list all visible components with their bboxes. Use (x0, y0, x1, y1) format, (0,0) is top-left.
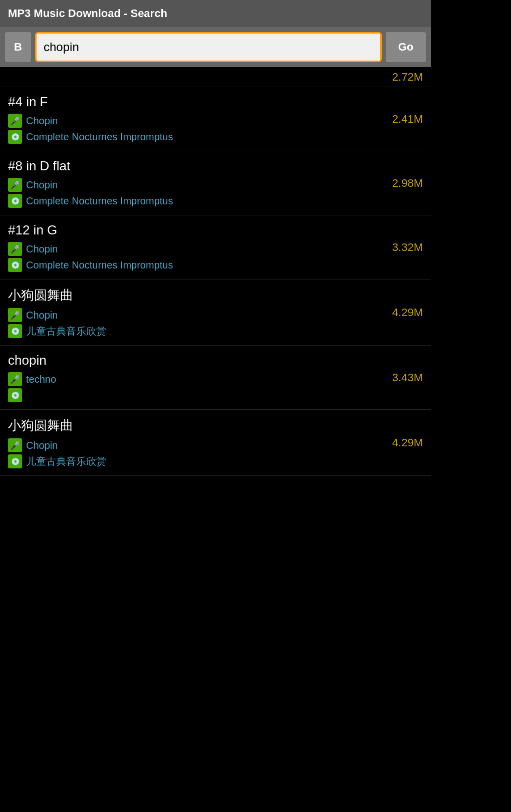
song-item[interactable]: 小狗圆舞曲Chopin儿童古典音乐欣赏4.29M (0, 280, 431, 346)
album-row: 儿童古典音乐欣赏 (8, 454, 386, 468)
song-info: #8 in D flatChopinComplete Nocturnes Imp… (8, 158, 386, 208)
search-bar: B Go (0, 27, 431, 67)
song-info: 小狗圆舞曲Chopin儿童古典音乐欣赏 (8, 417, 386, 468)
song-item[interactable]: #4 in FChopinComplete Nocturnes Imprompt… (0, 87, 431, 151)
song-title: #8 in D flat (8, 158, 386, 174)
artist-row: Chopin (8, 308, 386, 322)
artist-name: Chopin (26, 243, 58, 255)
file-size-partial: 2.72M (386, 71, 423, 84)
song-title: chopin (8, 353, 386, 368)
song-item[interactable]: #12 in GChopinComplete Nocturnes Impromp… (0, 215, 431, 280)
song-info: #4 in FChopinComplete Nocturnes Imprompt… (8, 94, 386, 144)
back-button[interactable]: B (5, 32, 31, 62)
artist-row: Chopin (8, 178, 386, 192)
mic-icon (8, 178, 22, 192)
file-size: 3.32M (386, 241, 423, 254)
album-name: Complete Nocturnes Impromptus (26, 131, 173, 143)
mic-icon (8, 308, 22, 322)
song-item[interactable]: chopintechno3.43M (0, 346, 431, 410)
song-title: #4 in F (8, 94, 386, 110)
file-size: 2.98M (386, 177, 423, 190)
song-item[interactable]: #8 in D flatChopinComplete Nocturnes Imp… (0, 151, 431, 215)
partial-list-item[interactable]: 2.72M (0, 67, 431, 87)
disc-icon (8, 454, 22, 468)
artist-row: Chopin (8, 438, 386, 452)
disc-icon (8, 194, 22, 208)
mic-icon (8, 242, 22, 256)
file-size: 4.29M (386, 436, 423, 449)
mic-icon (8, 372, 22, 386)
song-info: #12 in GChopinComplete Nocturnes Impromp… (8, 222, 386, 272)
song-title: 小狗圆舞曲 (8, 417, 386, 434)
artist-name: Chopin (26, 179, 58, 191)
album-row: Complete Nocturnes Impromptus (8, 194, 386, 208)
album-name: Complete Nocturnes Impromptus (26, 259, 173, 271)
mic-icon (8, 114, 22, 128)
song-info: 小狗圆舞曲Chopin儿童古典音乐欣赏 (8, 287, 386, 338)
song-item[interactable]: 小狗圆舞曲Chopin儿童古典音乐欣赏4.29M (0, 410, 431, 476)
artist-name: Chopin (26, 440, 58, 451)
artist-row: Chopin (8, 242, 386, 256)
song-title: 小狗圆舞曲 (8, 287, 386, 304)
album-row: Complete Nocturnes Impromptus (8, 130, 386, 144)
disc-icon (8, 324, 22, 338)
artist-name: Chopin (26, 115, 58, 127)
artist-row: techno (8, 372, 386, 386)
album-name: 儿童古典音乐欣赏 (26, 455, 106, 468)
mic-icon (8, 438, 22, 452)
disc-icon (8, 388, 22, 402)
search-input[interactable] (35, 32, 382, 62)
artist-name: Chopin (26, 310, 58, 321)
song-info: chopintechno (8, 353, 386, 402)
album-name: Complete Nocturnes Impromptus (26, 195, 173, 207)
app-title: MP3 Music Download - Search (8, 7, 167, 20)
album-row: 儿童古典音乐欣赏 (8, 324, 386, 338)
disc-icon (8, 130, 22, 144)
go-button[interactable]: Go (386, 32, 426, 62)
disc-icon (8, 258, 22, 272)
file-size: 3.43M (386, 371, 423, 384)
album-name: 儿童古典音乐欣赏 (26, 325, 106, 338)
artist-row: Chopin (8, 114, 386, 128)
file-size: 2.41M (386, 113, 423, 126)
file-size: 4.29M (386, 306, 423, 319)
song-title: #12 in G (8, 222, 386, 238)
song-list: #4 in FChopinComplete Nocturnes Imprompt… (0, 87, 431, 476)
album-row (8, 388, 386, 402)
album-row: Complete Nocturnes Impromptus (8, 258, 386, 272)
artist-name: techno (26, 374, 56, 385)
title-bar: MP3 Music Download - Search (0, 0, 431, 27)
